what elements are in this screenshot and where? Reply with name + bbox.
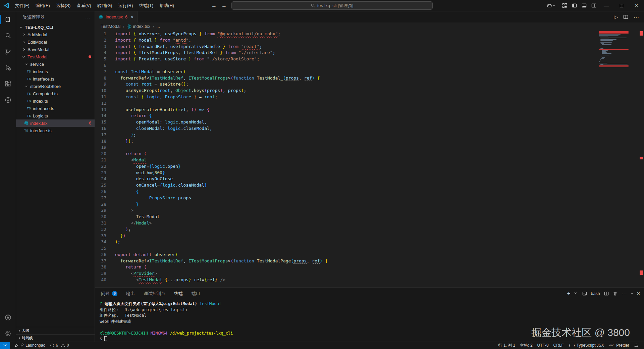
code-line[interactable]: 31 </Modal> — [95, 220, 644, 227]
remote-explorer-icon[interactable] — [0, 92, 16, 108]
minimize-button[interactable]: — — [599, 0, 614, 11]
customize-layout-icon[interactable] — [560, 0, 570, 11]
status-item-prettier[interactable]: ✓✓ Prettier — [606, 343, 632, 348]
status-item--2[interactable]: 空格: 2 — [518, 343, 535, 348]
code-line[interactable]: 28 } — [95, 201, 644, 208]
code-line[interactable]: 33 }) — [95, 233, 644, 239]
code-line[interactable]: 10 useSyncProps(root, Object.keys(props)… — [95, 88, 644, 94]
tab-index-tsx[interactable]: index.tsx 6 × — [95, 11, 138, 22]
tree-item-index.tsx[interactable]: index.tsx6 — [16, 119, 95, 127]
tree-item-editmodal[interactable]: EditModal — [16, 38, 95, 46]
new-terminal-icon[interactable]: + — [567, 290, 571, 297]
code-line[interactable]: 1import { observer, useSyncProps } from … — [95, 31, 644, 37]
code-line[interactable]: 25 onCancel={logic.closeModal} — [95, 182, 644, 189]
terminal-shell-label[interactable]: bash — [591, 291, 600, 296]
code-line[interactable]: 13 useImperativeHandle(ref, () => { — [95, 107, 644, 113]
launchpad-item[interactable]: Launchpad — [12, 343, 48, 348]
panel-tab-3[interactable]: 终端 — [174, 288, 183, 299]
breadcrumb-item-2[interactable]: ... — [156, 24, 160, 29]
breadcrumb-item-0[interactable]: TestModal — [101, 24, 120, 29]
toggle-panel-icon[interactable] — [579, 0, 589, 11]
code-line[interactable]: 29 > — [95, 207, 644, 214]
code-line[interactable]: 20 return ( — [95, 151, 644, 157]
kill-terminal-icon[interactable] — [613, 291, 618, 296]
search-icon[interactable] — [0, 28, 16, 44]
menu-item-4[interactable]: 转到(G) — [94, 0, 115, 11]
code-line[interactable]: 2import { Modal } from "antd"; — [95, 37, 644, 44]
menu-item-2[interactable]: 选择(S) — [53, 0, 73, 11]
code-line[interactable]: 23 width={800} — [95, 170, 644, 176]
extensions-icon[interactable] — [0, 76, 16, 92]
nav-back-button[interactable]: ← — [211, 3, 217, 9]
tree-item-index.ts[interactable]: TSindex.ts — [16, 97, 95, 105]
tree-item-store-rootstore[interactable]: store\RootStore — [16, 83, 95, 90]
breadcrumb[interactable]: TestModal›index.tsx›... — [95, 22, 644, 30]
copilot-icon[interactable] — [544, 0, 557, 11]
menu-item-3[interactable]: 查看(V) — [73, 0, 94, 11]
tree-item-savemodal[interactable]: SaveModal — [16, 46, 95, 53]
terminal-profile-dropdown-icon[interactable] — [574, 291, 577, 294]
tree-item-index.ts[interactable]: TSindex.ts — [16, 68, 95, 75]
panel-tab-2[interactable]: 调试控制台 — [144, 288, 165, 299]
code-line[interactable]: 30 TestModal — [95, 214, 644, 220]
panel-tab-0[interactable]: 问题6 — [101, 288, 117, 299]
panel-tab-4[interactable]: 端口 — [192, 288, 200, 299]
code-line[interactable]: 19 — [95, 144, 644, 151]
code-line[interactable]: 5import { Provider, useStore } from "./s… — [95, 56, 644, 62]
code-line[interactable]: 8 forwardRef<ITestModalRef, ITestModalPr… — [95, 75, 644, 82]
breadcrumb-item-1[interactable]: index.tsx — [127, 24, 150, 29]
settings-icon[interactable] — [0, 326, 16, 342]
tree-item-tes-lxq-cli[interactable]: TES-LXQ_CLI — [16, 23, 95, 31]
code-line[interactable]: 22 open={logic.open} — [95, 163, 644, 170]
command-center-search[interactable]: tes-lxq_cli [管理员] — [231, 1, 433, 10]
run-debug-icon[interactable] — [0, 60, 16, 76]
tree-item-addmodal[interactable]: AddModal — [16, 31, 95, 38]
panel-tab-1[interactable]: 输出 — [126, 288, 135, 299]
explorer-icon[interactable] — [0, 11, 16, 28]
remote-indicator[interactable]: >< — [0, 342, 10, 349]
code-line[interactable]: 3import { forwardRef, useImperativeHandl… — [95, 44, 644, 50]
status-item-bell[interactable] — [632, 343, 641, 348]
run-file-icon[interactable]: ▷ — [614, 14, 618, 20]
status-item-utf-8[interactable]: UTF-8 — [535, 343, 551, 348]
tree-item-interface.ts[interactable]: TSinterface.ts — [16, 127, 95, 134]
account-icon[interactable] — [0, 309, 16, 326]
code-line[interactable]: 11 const { logic, PropsStore } = root; — [95, 94, 644, 100]
code-line[interactable]: 4import { ITestModalProps, ITestModalRef… — [95, 50, 644, 56]
code-line[interactable]: 39 <Provider> — [95, 270, 644, 277]
close-button[interactable]: × — [629, 0, 644, 11]
menu-item-5[interactable]: 运行(R) — [115, 0, 136, 11]
maximize-panel-icon[interactable] — [631, 293, 633, 295]
tree-item-service[interactable]: service — [16, 60, 95, 68]
close-panel-icon[interactable]: × — [637, 291, 640, 297]
code-line[interactable]: 17 }; — [95, 132, 644, 138]
nav-forward-button[interactable]: → — [221, 3, 227, 9]
tree-item-computed.ts[interactable]: TSComputed.ts — [16, 90, 95, 97]
menu-item-1[interactable]: 编辑(E) — [33, 0, 53, 11]
code-line[interactable]: 36export default observer( — [95, 252, 644, 258]
code-line[interactable]: 12 — [95, 100, 644, 107]
panel-more-actions-icon[interactable]: ··· — [622, 291, 627, 296]
minimap[interactable] — [599, 31, 629, 67]
tree-item-testmodal[interactable]: TestModal — [16, 53, 95, 60]
code-line[interactable]: 27 ...PropsStore.props — [95, 195, 644, 201]
code-line[interactable]: 14 return { — [95, 113, 644, 119]
code-line[interactable]: 32 ); — [95, 227, 644, 233]
code-line[interactable]: 9 const root = useStore(); — [95, 81, 644, 88]
sidebar-section-1[interactable]: 时间线 — [16, 334, 95, 342]
tree-item-interface.ts[interactable]: TSinterface.ts — [16, 75, 95, 83]
code-editor[interactable]: 1import { observer, useSyncProps } from … — [95, 30, 644, 287]
code-line[interactable]: 21 <Modal — [95, 157, 644, 163]
code-line[interactable]: 6 — [95, 62, 644, 69]
explorer-more-actions-icon[interactable]: ··· — [85, 15, 91, 20]
code-line[interactable]: 38 return ( — [95, 264, 644, 270]
split-editor-icon[interactable] — [623, 14, 628, 19]
problems-item[interactable]: 6 0 — [48, 343, 71, 348]
sidebar-section-0[interactable]: 大纲 — [16, 327, 95, 334]
toggle-secondary-sidebar-icon[interactable] — [589, 0, 599, 11]
code-line[interactable]: 24 destroyOnClose — [95, 176, 644, 182]
code-line[interactable]: 15 openModal: logic.openModal, — [95, 119, 644, 126]
source-control-icon[interactable] — [0, 44, 16, 60]
toggle-sidebar-icon[interactable] — [570, 0, 579, 11]
menu-item-0[interactable]: 文件(F) — [12, 0, 33, 11]
